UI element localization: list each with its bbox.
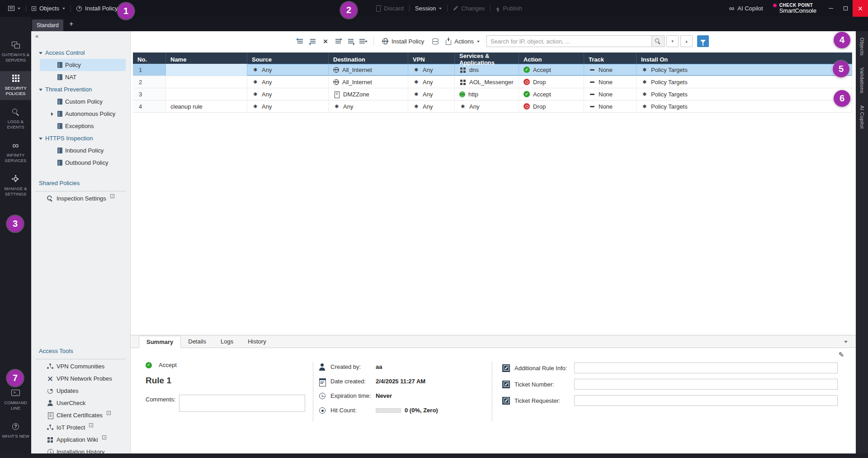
vpn-cell[interactable]: Any — [408, 64, 455, 76]
tree-item-iot-protect[interactable]: IoT Protect — [31, 421, 127, 434]
tree-item-policy[interactable]: Policy — [40, 59, 126, 71]
nav-infinity-services[interactable]: INFINITY SERVICES — [0, 138, 31, 167]
action-cell[interactable]: Drop — [519, 76, 584, 88]
search-button[interactable] — [652, 35, 665, 47]
install-policy-button[interactable]: Install Policy — [377, 35, 429, 47]
install-policy-menu-button[interactable]: Install Policy — [71, 0, 123, 17]
collapse-panel-button[interactable]: « — [35, 33, 38, 39]
install-on-cell[interactable]: Policy Targets — [637, 88, 852, 100]
destination-cell[interactable]: All_Internet — [329, 64, 408, 76]
search-prev-button[interactable] — [680, 35, 693, 47]
rule-number-cell[interactable]: 2 — [133, 76, 166, 88]
rule-name-cell[interactable] — [166, 76, 247, 88]
tree-item-updates[interactable]: Updates — [31, 385, 127, 397]
action-cell[interactable]: Drop — [519, 100, 584, 112]
nav-command-line[interactable]: COMMAND LINE — [0, 386, 31, 415]
source-cell[interactable]: Any — [247, 64, 329, 76]
ai-copilot-button[interactable]: AI Copilot — [724, 0, 769, 17]
services-cell[interactable]: AOL_Messenger — [455, 76, 519, 88]
close-button[interactable] — [853, 0, 868, 17]
tree-section-access-control[interactable]: Access Control — [31, 47, 130, 59]
collapse-panel-icon[interactable] — [844, 341, 848, 345]
install-on-cell[interactable]: Policy Targets — [637, 100, 852, 112]
track-cell[interactable]: None — [584, 100, 637, 112]
tree-item-client-certificates[interactable]: Client Certificates — [31, 409, 127, 421]
additional-rule-info-input[interactable] — [574, 363, 838, 373]
discard-button[interactable]: Discard — [371, 0, 409, 17]
vpn-cell[interactable]: Any — [408, 88, 455, 100]
tree-item-application-wiki[interactable]: Application Wiki — [31, 434, 127, 446]
table-row-rule-2[interactable]: 2 Any All_Internet Any AOL_Messenger Dro… — [133, 76, 852, 88]
maximize-button[interactable] — [838, 0, 853, 17]
install-on-cell[interactable]: Policy Targets — [637, 76, 852, 88]
tree-item-inbound-policy[interactable]: Inbound Policy — [40, 144, 126, 157]
add-rule-above-button[interactable] — [294, 35, 307, 47]
rule-number-cell[interactable]: 4 — [133, 100, 166, 112]
services-cell[interactable]: http — [455, 88, 519, 100]
install-database-button[interactable] — [429, 35, 441, 47]
action-cell[interactable]: Accept — [519, 88, 584, 100]
delete-rule-button[interactable] — [319, 35, 332, 47]
add-tab-button[interactable]: + — [66, 19, 77, 29]
minimize-button[interactable] — [824, 0, 838, 17]
vpn-cell[interactable]: Any — [408, 76, 455, 88]
vpn-cell[interactable]: Any — [408, 100, 455, 112]
ticket-requester-input[interactable] — [574, 395, 838, 406]
add-section-below-button[interactable] — [344, 35, 357, 47]
install-on-cell[interactable]: Policy Targets — [637, 64, 852, 76]
tree-item-vpn-communities[interactable]: VPN Communities — [31, 360, 127, 372]
actions-menu-button[interactable]: Actions — [441, 35, 484, 47]
tree-item-vpn-network-probes[interactable]: VPN Network Probes — [31, 372, 127, 385]
filter-button[interactable] — [697, 35, 709, 47]
ticket-number-input[interactable] — [574, 379, 838, 390]
tree-item-exceptions[interactable]: Exceptions — [40, 120, 126, 132]
nav-logs-events[interactable]: LOGS & EVENTS — [0, 105, 31, 134]
tree-item-usercheck[interactable]: UserCheck — [31, 397, 127, 409]
tab-summary[interactable]: Summary — [139, 336, 181, 348]
add-section-above-button[interactable] — [332, 35, 344, 47]
tree-item-outbound-policy[interactable]: Outbound Policy — [40, 157, 126, 169]
tab-details[interactable]: Details — [181, 335, 213, 348]
nav-manage-settings[interactable]: MANAGE & SETTINGS — [0, 172, 31, 200]
table-row-rule-1[interactable]: 1 Any All_Internet Any dns Accept None P… — [133, 64, 852, 76]
view-menu-button[interactable] — [357, 35, 370, 47]
tab-history[interactable]: History — [241, 335, 273, 348]
tree-item-nat[interactable]: NAT — [40, 71, 126, 83]
tree-item-custom-policy[interactable]: Custom Policy — [40, 95, 126, 108]
action-cell[interactable]: Accept — [519, 64, 584, 76]
tree-item-inspection-settings[interactable]: Inspection Settings — [31, 192, 127, 205]
table-row-rule-3[interactable]: 3 Any DMZZone Any http Accept None Polic… — [133, 88, 852, 100]
source-cell[interactable]: Any — [247, 76, 329, 88]
search-input[interactable] — [486, 35, 652, 47]
nav-security-policies[interactable]: SECURITY POLICIES — [0, 71, 31, 100]
nav-whats-new[interactable]: WHAT'S NEW — [0, 419, 31, 448]
track-cell[interactable]: None — [584, 88, 637, 100]
side-tab-validations[interactable]: Validations — [859, 67, 865, 93]
table-row-rule-4[interactable]: 4 cleanup rule Any Any Any Any Drop None… — [133, 100, 852, 113]
tree-section-https-inspection[interactable]: HTTPS Inspection — [31, 132, 130, 144]
tree-item-autonomous-policy[interactable]: Autonomous Policy — [40, 108, 126, 120]
publish-button[interactable]: Publish — [491, 0, 528, 17]
destination-cell[interactable]: DMZZone — [329, 88, 408, 100]
rule-name-cell[interactable]: cleanup rule — [166, 100, 247, 112]
destination-cell[interactable]: Any — [329, 100, 408, 112]
session-menu-button[interactable]: Session — [410, 0, 447, 17]
main-menu-button[interactable] — [3, 0, 26, 17]
tree-section-threat-prevention[interactable]: Threat Prevention — [31, 83, 130, 95]
edit-rule-icon[interactable] — [838, 351, 844, 359]
track-cell[interactable]: None — [584, 64, 637, 76]
add-rule-below-button[interactable] — [307, 35, 319, 47]
services-cell[interactable]: Any — [455, 100, 519, 112]
expander-triangle-icon[interactable] — [51, 112, 55, 116]
rule-name-cell[interactable] — [166, 64, 247, 76]
source-cell[interactable]: Any — [247, 100, 329, 112]
side-tab-objects[interactable]: Objects — [859, 38, 865, 56]
destination-cell[interactable]: All_Internet — [329, 76, 408, 88]
track-cell[interactable]: None — [584, 76, 637, 88]
services-cell[interactable]: dns — [455, 64, 519, 76]
objects-menu-button[interactable]: Objects — [26, 0, 71, 17]
tab-logs[interactable]: Logs — [213, 335, 241, 348]
search-next-button[interactable] — [666, 35, 679, 47]
rule-number-cell[interactable]: 1 — [133, 64, 166, 76]
rule-name-cell[interactable] — [166, 88, 247, 100]
